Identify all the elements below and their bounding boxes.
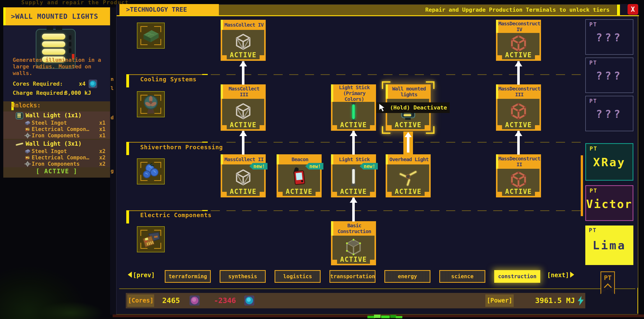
tech-node-masscollect-ii[interactable]: MassCollect II new! ACTIVE [221, 154, 266, 197]
category-label-shiverthorn: Shiverthorn Processing [140, 144, 223, 151]
tech-node-massdeconstruct-ii[interactable]: MassDeconstruct II ACTIVE [496, 154, 541, 197]
category-line-tip [202, 74, 208, 75]
tech-node-massdeconstruct-iii[interactable]: MassDeconstruct III ACTIVE [496, 84, 541, 131]
tab-synthesis[interactable]: synthesis [220, 270, 266, 283]
steel-ingot-icon [25, 120, 31, 126]
pt-panel-victor[interactable]: PT Victor [585, 185, 633, 221]
collect-cube-icon [233, 31, 253, 52]
next-page-button[interactable]: [next] [547, 272, 574, 279]
separator-line [119, 288, 635, 289]
tab-logistics[interactable]: logistics [275, 270, 321, 283]
node-title: MassDeconstruct III [496, 84, 541, 99]
tech-node-light-stick-primary[interactable]: Light Stick (Primary Colors) ACTIVE [331, 84, 376, 131]
node-status: ACTIVE [497, 188, 539, 195]
pt-label: PT [589, 98, 597, 104]
node-status: ACTIVE [333, 121, 375, 129]
deconstruct-cube-icon [508, 33, 529, 53]
blue-berries-icon [141, 163, 160, 180]
charge-required-row: Charge Required: 8,000 kJ [13, 90, 102, 97]
collect-cube-icon [233, 101, 253, 121]
category-line [126, 142, 202, 143]
tab-construction[interactable]: construction [494, 270, 540, 283]
category-label-cooling: Cooling Systems [140, 76, 197, 83]
background-foliage [38, 302, 104, 319]
charge-required-value: 8,000 kJ [64, 90, 91, 96]
steel-ingot-icon [25, 148, 31, 154]
node-status: ACTIVE [222, 188, 264, 195]
close-button[interactable]: X [628, 4, 638, 15]
category-dashed-line [211, 210, 581, 211]
text-fragment: d [111, 115, 114, 121]
deconstruct-cube-icon [508, 169, 529, 190]
tech-node-basic-construction[interactable]: Basic Construction ACTIVE [331, 221, 376, 265]
category-line [126, 74, 202, 75]
pt-panel-locked-1[interactable]: PT ??? [585, 19, 633, 55]
cores-delta-value: -2346 [214, 296, 236, 305]
pt-ribbon-bookmark[interactable]: PT [600, 271, 615, 294]
tech-node-beacon[interactable]: Beacon new! ACTIVE [277, 154, 322, 197]
cores-label: [Cores] [127, 294, 154, 307]
resource-bar: [Cores] 2465 -2346 [Power] 3961.5 MJ [126, 293, 585, 308]
prev-page-button[interactable]: [prev] [128, 272, 155, 279]
recipe-wall-light-1x1[interactable]: Wall Light (1x1) Steel Ingotx1 Electrica… [3, 111, 110, 139]
tech-node-overhead-light[interactable]: Overhead Light ACTIVE [386, 154, 431, 197]
pt-label: PT [589, 60, 597, 66]
tech-node-massdeconstruct-iv[interactable]: MassDeconstruct IV ACTIVE [496, 20, 541, 61]
tab-energy[interactable]: energy [384, 270, 430, 283]
lightning-bolt-icon [577, 296, 585, 306]
item-detail-panel: >WALL MOUNTED LIGHTS Generates illuminat… [3, 7, 110, 178]
pt-label: PT [590, 188, 597, 194]
ingredient-row: Iron Componentsx1 [25, 133, 106, 139]
pt-panel-xray[interactable]: PT XRay [585, 143, 633, 181]
recipe-wall-light-3x1[interactable]: Wall Light (3x1) Steel Ingotx2 Electrica… [3, 140, 110, 167]
pt-panel-locked-2[interactable]: PT ??? [585, 58, 633, 93]
category-icon-electric [137, 226, 165, 252]
text-fragment: g [111, 168, 114, 174]
power-value: 3961.5 MJ [519, 296, 575, 305]
ingredient-row: Steel Ingotx1 [25, 120, 106, 126]
panel-title: >TECHNOLOGY TREE [126, 4, 187, 15]
category-stripe [126, 74, 129, 87]
right-arrow-icon [570, 272, 574, 278]
connector-arrow [517, 131, 520, 155]
header-message-strip: Repair and Upgrade Production Terminals … [219, 5, 617, 15]
background-hint-text: Supply and repair the Product [21, 0, 129, 6]
text-fragment: l [111, 85, 114, 91]
pt-panel-locked-3[interactable]: PT ??? [585, 96, 633, 131]
cooling-fan-icon [142, 94, 160, 115]
node-title: MassDeconstruct IV [496, 20, 541, 33]
recipe-name: Wall Light (3x1) [26, 140, 82, 147]
item-description: Generates illumination in a large radius… [13, 57, 102, 76]
connector-arrow [352, 131, 355, 155]
tooltip-text: (Hold) Deactivate [390, 102, 447, 113]
wall-light-3x1-icon [15, 140, 24, 148]
connector-arrow [242, 61, 244, 85]
node-title: MassDeconstruct II [496, 154, 541, 169]
new-badge: new! [360, 163, 378, 170]
category-label-electric: Electric Components [140, 212, 212, 218]
node-status: ACTIVE [497, 51, 539, 59]
connector-arrow-active [403, 132, 413, 155]
pt-label: PT [590, 146, 597, 152]
iron-components-icon [25, 133, 31, 138]
tab-transportation[interactable]: transportation [329, 270, 376, 283]
pt-name: ??? [586, 108, 633, 120]
power-label: [Power] [485, 294, 514, 307]
category-icon-shiverthorn [137, 158, 165, 184]
tree-scrollbar[interactable] [581, 155, 583, 216]
tab-science[interactable]: science [439, 270, 485, 283]
tab-terraforming[interactable]: terraforming [165, 270, 211, 283]
tech-node-masscollect-iii[interactable]: MassCollect III ACTIVE [221, 84, 266, 131]
pt-panel-lima[interactable]: PT Lima [585, 226, 633, 265]
node-status: ACTIVE [387, 188, 429, 195]
category-icon-cooling-fan [137, 91, 165, 117]
node-title: Overhead Light [386, 154, 431, 164]
category-line-tip [202, 210, 208, 211]
header-message: Repair and Upgrade Production Terminals … [425, 5, 610, 15]
iron-components-icon [25, 161, 31, 167]
item-panel-body: Generates illumination in a large radius… [3, 25, 110, 101]
tech-node-masscollect-iv[interactable]: MassCollect IV ACTIVE [221, 20, 266, 61]
wall-light-1x1-icon [15, 112, 24, 120]
tech-node-light-stick[interactable]: Light Stick new! ACTIVE [331, 154, 376, 197]
pt-name: ??? [586, 31, 633, 44]
